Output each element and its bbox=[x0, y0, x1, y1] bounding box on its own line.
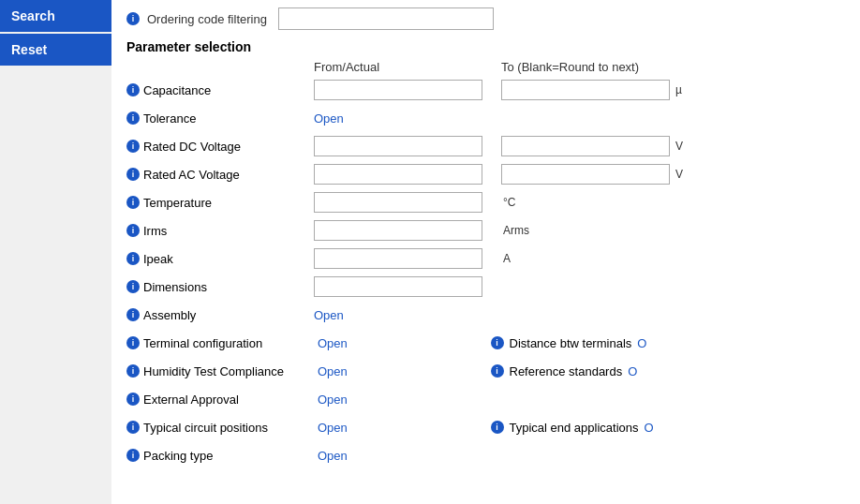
param-row-temperature: i Temperature °C bbox=[126, 190, 845, 215]
ordering-code-info-icon[interactable]: i bbox=[126, 12, 140, 25]
left-params-terminal: i Terminal configuration Open bbox=[126, 331, 482, 359]
typical-circuit-open-link[interactable]: Open bbox=[318, 421, 348, 435]
two-col-row-terminal: i Terminal configuration Open i Distance… bbox=[126, 331, 845, 359]
ipeak-info-icon[interactable]: i bbox=[126, 252, 140, 265]
header-to: To (Blank=Round to next) bbox=[501, 60, 707, 74]
right-params-humidity: i Reference standards O bbox=[482, 359, 846, 387]
rated-dc-voltage-unit: V bbox=[675, 140, 683, 153]
rated-ac-voltage-info-icon[interactable]: i bbox=[126, 168, 140, 181]
assembly-label: Assembly bbox=[143, 308, 196, 322]
packing-type-info-icon[interactable]: i bbox=[126, 449, 140, 462]
ipeak-unit: A bbox=[503, 252, 511, 265]
reference-standards-info-icon[interactable]: i bbox=[491, 364, 504, 378]
right-params-typical-circuit: i Typical end applications O bbox=[482, 415, 846, 443]
main-content: i Ordering code filtering Parameter sele… bbox=[111, 0, 860, 504]
distance-btw-terminals-label: Distance btw terminals bbox=[510, 336, 632, 350]
param-header-row: From/Actual To (Blank=Round to next) bbox=[126, 60, 845, 74]
external-approval-info-icon[interactable]: i bbox=[126, 393, 140, 406]
packing-type-open-link[interactable]: Open bbox=[318, 449, 348, 463]
terminal-config-label: Terminal configuration bbox=[143, 336, 262, 350]
two-col-row-typical-circuit: i Typical circuit positions Open i Typic… bbox=[126, 415, 845, 443]
humidity-test-label: Humidity Test Compliance bbox=[143, 364, 284, 378]
tolerance-open-link[interactable]: Open bbox=[314, 111, 344, 126]
humidity-test-open-link[interactable]: Open bbox=[318, 364, 348, 378]
param-row-ipeak: i Ipeak A bbox=[126, 246, 845, 271]
temperature-from-input[interactable] bbox=[314, 192, 482, 213]
capacitance-unit: µ bbox=[675, 83, 682, 96]
dimensions-info-icon[interactable]: i bbox=[126, 280, 140, 293]
capacitance-label: Capacitance bbox=[143, 83, 211, 97]
search-button[interactable]: Search bbox=[0, 0, 111, 32]
ipeak-label: Ipeak bbox=[143, 252, 173, 266]
ordering-code-input[interactable] bbox=[278, 7, 494, 30]
irms-unit: Arms bbox=[503, 224, 529, 237]
typical-circuit-info-icon[interactable]: i bbox=[126, 421, 140, 434]
param-row-tolerance: i Tolerance Open bbox=[126, 106, 845, 130]
humidity-test-info-icon[interactable]: i bbox=[126, 364, 140, 378]
ordering-code-label: Ordering code filtering bbox=[147, 12, 267, 26]
irms-label: Irms bbox=[143, 224, 167, 238]
param-row-capacitance: i Capacitance µ bbox=[126, 78, 845, 102]
param-section-title: Parameter selection bbox=[126, 39, 845, 54]
ipeak-from-input[interactable] bbox=[314, 248, 482, 269]
header-from: From/Actual bbox=[314, 60, 501, 74]
param-row-dimensions: i Dimensions bbox=[126, 274, 845, 299]
rated-ac-voltage-unit: V bbox=[675, 168, 683, 181]
distance-btw-terminals-open-link[interactable]: O bbox=[637, 336, 646, 350]
rated-ac-voltage-from-input[interactable] bbox=[314, 164, 482, 185]
irms-info-icon[interactable]: i bbox=[126, 224, 140, 237]
left-params-typical-circuit: i Typical circuit positions Open bbox=[126, 415, 482, 443]
param-row-packing-type: i Packing type Open bbox=[126, 443, 845, 467]
typical-circuit-label: Typical circuit positions bbox=[143, 421, 268, 435]
dimensions-label: Dimensions bbox=[143, 280, 207, 294]
typical-end-applications-open-link[interactable]: O bbox=[645, 421, 654, 435]
param-row-irms: i Irms Arms bbox=[126, 218, 845, 243]
external-approval-label: External Approval bbox=[143, 393, 239, 407]
tolerance-info-icon[interactable]: i bbox=[126, 111, 140, 125]
ordering-code-row: i Ordering code filtering bbox=[126, 7, 845, 30]
assembly-open-link[interactable]: Open bbox=[314, 308, 344, 322]
rated-dc-voltage-label: Rated DC Voltage bbox=[143, 140, 241, 154]
capacitance-info-icon[interactable]: i bbox=[126, 83, 140, 96]
param-row-external-approval: i External Approval Open bbox=[126, 387, 845, 411]
terminal-config-info-icon[interactable]: i bbox=[126, 336, 140, 349]
rated-ac-voltage-to-input[interactable] bbox=[501, 164, 670, 185]
capacitance-to-input[interactable] bbox=[501, 80, 670, 100]
rated-ac-voltage-label: Rated AC Voltage bbox=[143, 168, 240, 182]
left-params-humidity: i Humidity Test Compliance Open bbox=[126, 359, 482, 387]
rated-dc-voltage-to-input[interactable] bbox=[501, 136, 670, 156]
tolerance-label: Tolerance bbox=[143, 111, 196, 126]
temperature-info-icon[interactable]: i bbox=[126, 196, 140, 209]
distance-btw-terminals-info-icon[interactable]: i bbox=[491, 336, 504, 349]
reset-button[interactable]: Reset bbox=[0, 34, 111, 66]
reference-standards-open-link[interactable]: O bbox=[628, 364, 637, 378]
typical-end-applications-label: Typical end applications bbox=[510, 421, 639, 435]
param-row-rated-dc-voltage: i Rated DC Voltage V bbox=[126, 134, 845, 158]
typical-end-applications-info-icon[interactable]: i bbox=[491, 421, 504, 434]
two-col-row-humidity: i Humidity Test Compliance Open i Refere… bbox=[126, 359, 845, 387]
right-params-terminal: i Distance btw terminals O bbox=[482, 331, 846, 359]
irms-from-input[interactable] bbox=[314, 220, 482, 241]
temperature-label: Temperature bbox=[143, 196, 212, 210]
dimensions-from-input[interactable] bbox=[314, 276, 482, 297]
param-row-rated-ac-voltage: i Rated AC Voltage V bbox=[126, 162, 845, 186]
sidebar: Search Reset bbox=[0, 0, 111, 504]
rated-dc-voltage-from-input[interactable] bbox=[314, 136, 482, 156]
capacitance-from-input[interactable] bbox=[314, 80, 482, 100]
reference-standards-label: Reference standards bbox=[510, 364, 623, 378]
terminal-config-open-link[interactable]: Open bbox=[318, 336, 348, 350]
assembly-info-icon[interactable]: i bbox=[126, 308, 140, 321]
external-approval-open-link[interactable]: Open bbox=[318, 393, 348, 407]
temperature-unit: °C bbox=[503, 196, 515, 209]
param-row-assembly: i Assembly Open bbox=[126, 303, 845, 327]
packing-type-label: Packing type bbox=[143, 449, 213, 463]
rated-dc-voltage-info-icon[interactable]: i bbox=[126, 140, 140, 153]
